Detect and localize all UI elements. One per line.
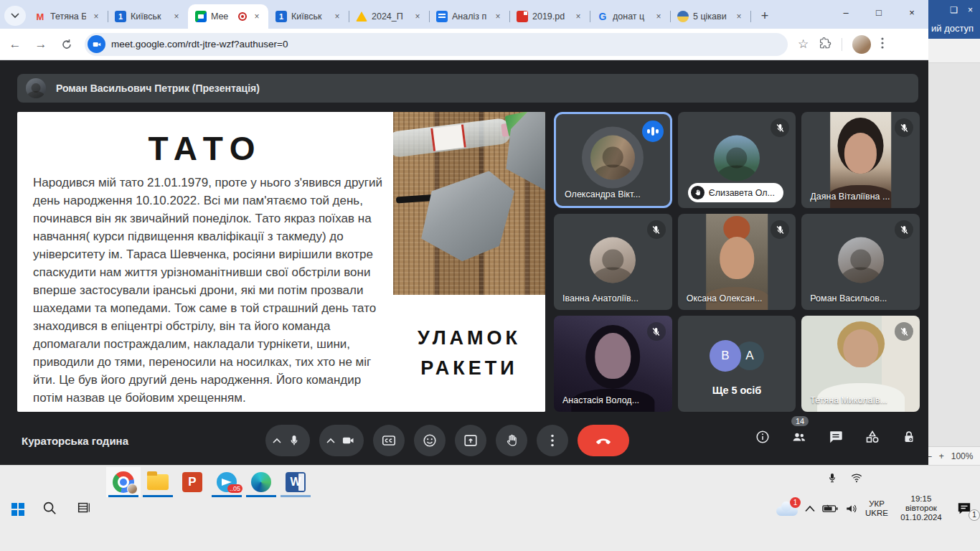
raise-hand-button[interactable]	[496, 425, 527, 456]
maximize-button[interactable]: □	[862, 0, 895, 24]
chat-button[interactable]	[826, 428, 845, 446]
reload-button[interactable]	[56, 34, 77, 55]
tab-close-icon[interactable]: ×	[251, 11, 263, 22]
participant-tile-oleksandra[interactable]: Олександра Вікт...	[554, 112, 672, 208]
school-portal-icon: 1	[115, 11, 126, 22]
taskbar-edge[interactable]	[244, 467, 278, 497]
taskbar-powerpoint[interactable]: P	[175, 467, 209, 497]
more-icon	[551, 434, 554, 447]
new-tab-button[interactable]: +	[755, 6, 775, 26]
tab-ukraine-article[interactable]: 5 цікави ×	[670, 4, 750, 29]
overflow-tile-more-people[interactable]: B A Ще 5 осіб	[678, 316, 796, 412]
start-button[interactable]	[7, 499, 29, 520]
participant-tile-yelyzaveta[interactable]: Єлизавета Ол...	[678, 112, 796, 208]
tab-close-icon[interactable]: ×	[733, 11, 745, 22]
slide-title: ТАТО	[17, 129, 393, 168]
minimize-button[interactable]: –	[829, 0, 862, 24]
mic-icon	[287, 433, 301, 448]
participant-name: Тетяна Миколаїв...	[810, 395, 887, 405]
mic-off-icon	[647, 220, 666, 239]
mic-off-icon	[771, 118, 789, 137]
close-icon[interactable]: ×	[968, 5, 973, 15]
extensions-icon[interactable]	[819, 37, 831, 52]
clock[interactable]: 19:15 вівторок 01.10.2024	[895, 494, 947, 522]
system-tray: 1 УКР UKRE 19:15 вівторок 01.10.2024 1	[776, 494, 974, 522]
reactions-button[interactable]	[414, 425, 446, 456]
tab-kyiv-1[interactable]: 1 Київськ ×	[108, 4, 188, 29]
avatar	[590, 237, 636, 283]
tab-close-icon[interactable]: ×	[331, 11, 343, 22]
tab-close-icon[interactable]: ×	[90, 11, 102, 22]
tray-mic-icon[interactable]	[826, 471, 838, 484]
meeting-details-button[interactable]	[753, 428, 772, 446]
participant-tile-oksana[interactable]: Оксана Олексан...	[678, 214, 796, 310]
volume-icon[interactable]	[845, 503, 858, 514]
participant-tile-anastasiia[interactable]: Анастасія Волод...	[554, 316, 672, 412]
camera-button[interactable]	[319, 425, 364, 456]
call-controls	[265, 425, 629, 456]
tab-gmail[interactable]: M Тетяна Б ×	[27, 4, 108, 29]
taskbar-telegram[interactable]: ..05	[209, 467, 244, 497]
people-button[interactable]: 14	[790, 428, 809, 446]
notification-center-button[interactable]: 1	[954, 499, 974, 518]
taskbar-chrome[interactable]	[106, 467, 141, 497]
tray-wifi-icon[interactable]	[849, 471, 864, 484]
word-share-button[interactable]: ий доступ	[928, 20, 980, 39]
task-view-button[interactable]	[76, 500, 92, 519]
tab-close-icon[interactable]: ×	[171, 11, 182, 22]
taskbar-explorer[interactable]	[141, 467, 175, 497]
date: 01.10.2024	[895, 513, 947, 522]
drive-icon	[356, 11, 367, 22]
tab-close-icon[interactable]: ×	[492, 11, 504, 22]
participant-tile-ivanna[interactable]: Іванна Анатоліїв...	[554, 214, 672, 310]
weather-cloud-icon[interactable]: 1	[776, 501, 798, 516]
chrome-profile-avatar	[127, 484, 138, 494]
powerpoint-icon: P	[182, 472, 202, 492]
browser-menu-icon[interactable]	[881, 37, 884, 52]
language-indicator[interactable]: УКР UKRE	[865, 499, 888, 518]
audio-speaking-icon	[642, 121, 664, 142]
more-options-button[interactable]	[537, 425, 568, 456]
tab-close-icon[interactable]: ×	[412, 11, 423, 22]
divider	[842, 38, 842, 51]
mic-button[interactable]	[265, 425, 310, 456]
mic-off-icon	[647, 322, 666, 341]
taskbar-search-button[interactable]	[42, 500, 57, 519]
search-icon	[42, 500, 57, 516]
raised-hand-pill: Єлизавета Ол...	[688, 183, 783, 202]
end-call-button[interactable]	[578, 425, 629, 456]
raised-hand-icon	[691, 186, 705, 199]
tab-close-icon[interactable]: ×	[653, 11, 664, 22]
profile-avatar[interactable]	[852, 35, 871, 54]
mic-options-chevron-icon	[273, 438, 281, 443]
close-button[interactable]: ×	[895, 0, 928, 24]
tab-drive[interactable]: 2024_П ×	[349, 4, 429, 29]
back-button[interactable]: ←	[4, 34, 26, 55]
tab-close-icon[interactable]: ×	[573, 11, 584, 22]
participant-tile-roman[interactable]: Роман Васильов...	[801, 214, 920, 310]
forward-button[interactable]: →	[30, 34, 52, 55]
tab-meet-active[interactable]: Mee ×	[188, 4, 268, 29]
activities-button[interactable]	[863, 428, 882, 446]
restore-icon[interactable]: ❏	[950, 5, 958, 15]
meet-icon	[195, 11, 207, 22]
taskbar-word[interactable]: W	[278, 467, 313, 497]
tab-docs[interactable]: Аналіз п ×	[429, 4, 509, 29]
water-bottle	[393, 118, 512, 159]
tab-search-chevron-icon[interactable]	[4, 6, 26, 26]
present-button[interactable]	[455, 425, 486, 456]
zoom-in-button[interactable]: +	[939, 451, 944, 461]
tab-pdf[interactable]: 2019.pd ×	[509, 4, 590, 29]
participant-name: Анастасія Волод...	[562, 395, 639, 405]
tab-kyiv-2[interactable]: 1 Київськ ×	[268, 4, 349, 29]
meet-page: Роман Васильович Петрик (Презентація) ТА…	[0, 60, 928, 465]
tab-search-donat[interactable]: G донат ц ×	[590, 4, 670, 29]
host-controls-button[interactable]	[900, 428, 918, 446]
captions-button[interactable]	[373, 425, 405, 456]
bookmark-icon[interactable]: ☆	[798, 37, 809, 52]
tray-expand-chevron-icon[interactable]	[805, 505, 815, 512]
address-bar[interactable]: meet.google.com/rdt-jtre-wzf?authuser=0	[85, 33, 788, 56]
battery-icon[interactable]	[822, 504, 838, 514]
participant-tile-daiana[interactable]: Даяна Віталіївна ...	[801, 112, 920, 208]
participant-tile-tetiana[interactable]: Тетяна Миколаїв...	[801, 316, 920, 412]
